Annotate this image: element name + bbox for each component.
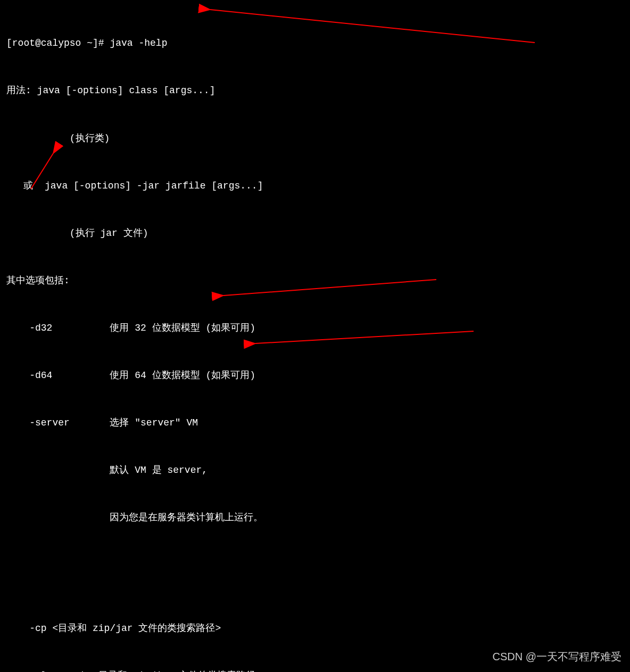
watermark-text: CSDN @一天不写程序难受 bbox=[492, 648, 621, 666]
terminal-line: 其中选项包括: bbox=[6, 273, 624, 289]
terminal-line: -server 选择 "server" VM bbox=[6, 415, 624, 431]
terminal-line: 或 java [-options] -jar jarfile [args...] bbox=[6, 178, 624, 194]
terminal-line: -d32 使用 32 位数据模型 (如果可用) bbox=[6, 321, 624, 337]
terminal-line: -d64 使用 64 位数据模型 (如果可用) bbox=[6, 368, 624, 384]
terminal-line: 默认 VM 是 server, bbox=[6, 463, 624, 479]
terminal-line: -classpath <目录和 zip/jar 文件的类搜索路径> bbox=[6, 668, 624, 672]
terminal-line: -cp <目录和 zip/jar 文件的类搜索路径> bbox=[6, 621, 624, 637]
terminal-line: (执行 jar 文件) bbox=[6, 226, 624, 242]
terminal-output: [root@calypso ~]# java -help 用法: java [-… bbox=[6, 4, 624, 672]
terminal-line: 因为您是在服务器类计算机上运行。 bbox=[6, 510, 624, 526]
terminal-line: 用法: java [-options] class [args...] bbox=[6, 83, 624, 99]
terminal-line: (执行类) bbox=[6, 131, 624, 147]
terminal-line: [root@calypso ~]# java -help bbox=[6, 36, 624, 52]
